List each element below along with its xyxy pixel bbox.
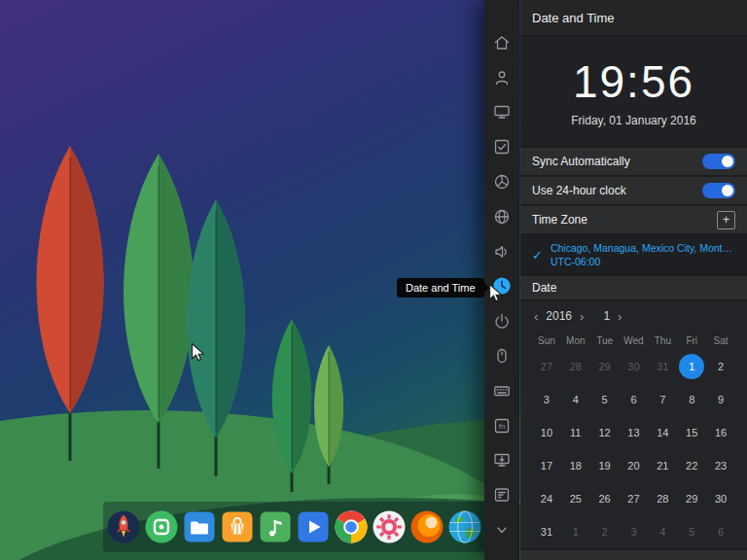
app-store-green-icon (144, 509, 179, 544)
calendar-day[interactable]: 4 (561, 383, 590, 416)
mouse-icon (492, 346, 512, 366)
calendar-day[interactable]: 3 (620, 515, 649, 548)
browser-icon (447, 509, 482, 544)
dock-item-movie[interactable] (296, 508, 331, 545)
calendar-day[interactable]: 28 (561, 350, 590, 383)
calendar-day[interactable]: 22 (677, 449, 706, 482)
sidebar-item-mouse[interactable] (484, 338, 519, 373)
sidebar-item-default-apps[interactable] (484, 129, 519, 164)
calendar-day[interactable]: 12 (590, 416, 620, 449)
calendar-day[interactable]: 29 (677, 482, 706, 515)
dock-item-file-manager[interactable] (182, 508, 217, 545)
calendar-day[interactable]: 6 (706, 515, 735, 548)
sidebar-item-display[interactable] (484, 95, 519, 130)
calendar-day[interactable]: 30 (706, 482, 735, 515)
calendar-day[interactable]: 24 (532, 482, 561, 515)
calendar-day-header: Sat (706, 331, 735, 350)
calendar-day[interactable]: 27 (620, 482, 649, 515)
sidebar-item-datetime[interactable] (484, 269, 519, 304)
calendar-day[interactable]: 2 (590, 515, 620, 548)
calendar-day[interactable]: 2 (706, 350, 735, 383)
calendar-day[interactable]: 5 (590, 383, 620, 416)
calendar-day[interactable]: 14 (648, 416, 677, 449)
date-section-label: Date (532, 281, 556, 295)
calendar-day[interactable]: 6 (620, 383, 649, 416)
calendar-day[interactable]: 29 (590, 350, 620, 383)
prev-year-button[interactable]: ‹ (532, 309, 540, 324)
current-time: 19:56 (573, 55, 694, 108)
dock-item-store[interactable] (220, 508, 255, 545)
fn-icon: fn (492, 416, 512, 436)
calendar-day[interactable]: 23 (706, 449, 735, 482)
file-manager-icon (182, 509, 217, 544)
calendar-day[interactable]: 9 (706, 383, 735, 416)
calendar-day[interactable]: 31 (648, 350, 677, 383)
tooltip-text: Date and Time (406, 282, 476, 294)
calendar-day[interactable]: 3 (532, 383, 561, 416)
calendar-day[interactable]: 8 (677, 383, 706, 416)
sidebar-item-sound[interactable] (484, 234, 519, 269)
chevron-down-icon (492, 520, 512, 540)
calendar-day[interactable]: 19 (590, 449, 620, 482)
calendar-day-header: Fri (677, 331, 706, 350)
sidebar-item-accounts[interactable] (484, 60, 519, 95)
dock-item-launcher[interactable] (106, 508, 141, 545)
add-timezone-button[interactable]: + (717, 211, 735, 229)
calendar-day[interactable]: 13 (620, 416, 649, 449)
calendar-day[interactable]: 28 (648, 482, 677, 515)
calendar-day[interactable]: 30 (620, 350, 649, 383)
calendar-day[interactable]: 27 (532, 350, 561, 383)
timezone-item[interactable]: ✓ Chicago, Managua, Mexico City, Monterr… (520, 235, 747, 274)
next-year-button[interactable]: › (578, 309, 586, 324)
calendar-day-selected[interactable]: 1 (677, 350, 706, 383)
calendar-day[interactable]: 1 (561, 515, 590, 548)
calendar-day[interactable]: 10 (532, 416, 561, 449)
calendar-day[interactable]: 25 (561, 482, 590, 515)
sidebar-item-keyboard[interactable] (484, 373, 519, 408)
panel-header: Date and Time (520, 0, 747, 36)
calendar-month: 1 (603, 309, 610, 323)
dock-item-browser[interactable] (447, 508, 482, 545)
dock-item-app-store-green[interactable] (144, 508, 179, 545)
calendar-day[interactable]: 21 (648, 449, 677, 482)
dock-item-music[interactable] (258, 508, 293, 545)
dock (103, 502, 484, 552)
sidebar-item-home[interactable] (484, 25, 519, 60)
dock-item-chrome[interactable] (334, 508, 369, 545)
sidebar-item-update[interactable] (484, 443, 519, 478)
accounts-icon (492, 68, 512, 88)
clock-block: 19:56 Friday, 01 January 2016 (520, 36, 747, 146)
sidebar-item-network[interactable] (484, 199, 519, 234)
calendar-day[interactable]: 26 (590, 482, 620, 515)
sidebar-item-personalization[interactable] (484, 164, 519, 199)
clock24-toggle[interactable] (702, 183, 735, 198)
calendar-day[interactable]: 4 (648, 515, 677, 548)
calendar-day[interactable]: 20 (620, 449, 649, 482)
sidebar-item-system-info[interactable] (484, 477, 519, 512)
calendar-day-headers: SunMonTueWedThuFriSat (532, 331, 735, 350)
calendar-day[interactable]: 17 (532, 449, 561, 482)
sidebar-item-shortcuts[interactable]: fn (484, 408, 519, 443)
calendar-day[interactable]: 16 (706, 416, 735, 449)
clock24-row: Use 24-hour clock (520, 177, 747, 204)
display-icon (492, 102, 512, 122)
next-month-button[interactable]: › (616, 309, 623, 324)
system-info-icon (492, 485, 512, 505)
timezone-utc: UTC-06:00 (551, 256, 735, 267)
calendar-day[interactable]: 31 (532, 515, 561, 548)
dock-item-settings[interactable] (372, 508, 407, 545)
dock-item-firefox[interactable] (409, 508, 445, 545)
calendar-day[interactable]: 7 (648, 383, 677, 416)
calendar-day[interactable]: 18 (561, 449, 590, 482)
sidebar-item-more[interactable] (484, 512, 519, 547)
sidebar-item-power[interactable] (484, 303, 519, 338)
tooltip: Date and Time (397, 278, 484, 298)
screen: Date and Time fn Date and Time 19:56 Fri… (0, 0, 747, 560)
calendar-day-header: Mon (561, 331, 590, 350)
check-icon: ✓ (532, 248, 543, 262)
calendar-day[interactable]: 11 (561, 416, 590, 449)
calendar-day[interactable]: 5 (677, 515, 706, 548)
calendar-day[interactable]: 15 (677, 416, 706, 449)
settings-sidebar: fn (484, 0, 519, 560)
sync-toggle[interactable] (702, 154, 735, 169)
